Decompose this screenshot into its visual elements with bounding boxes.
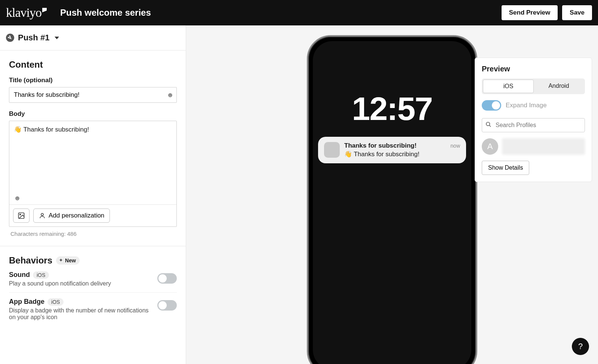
svg-point-1 [20,214,21,215]
chevron-down-icon [55,37,59,39]
body-editor: 👋 Thanks for subscribing! ☻ Add personal… [9,121,177,227]
notification-title: Thanks for subscribing! [344,142,417,149]
logo: klaviyo [6,6,47,20]
tab-ios[interactable]: iOS [483,80,534,93]
behavior-sound: Sound iOS Play a sound upon notification… [9,266,177,293]
expand-image-label: Expand Image [506,102,547,109]
sparkle-icon [58,258,64,263]
behavior-sound-title: Sound [9,271,30,279]
appbadge-toggle[interactable] [157,300,177,311]
platform-pill: iOS [47,298,64,306]
add-image-button[interactable] [13,209,30,223]
phone-frame: 12:57 Thanks for subscribing! now 👋 Than… [307,35,477,364]
push-selector[interactable]: Push #1 [0,25,186,50]
page-title: Push welcome series [60,7,151,18]
svg-point-2 [41,213,43,216]
push-icon [6,34,14,42]
logo-mark-icon [42,8,47,12]
search-icon [486,121,491,129]
behavior-sound-desc: Play a sound upon notification delivery [9,280,153,287]
body-emoji-icon[interactable]: ☻ [9,192,176,204]
help-button[interactable]: ? [572,338,589,355]
profile-name-redacted [502,138,585,155]
notification-time: now [450,143,460,149]
preview-heading: Preview [482,65,585,73]
app-header: klaviyo Push welcome series Send Preview… [0,0,598,25]
emoji-picker-icon[interactable]: ☻ [167,91,174,99]
notification-card: Thanks for subscribing! now 👋 Thanks for… [318,137,466,163]
body-textarea[interactable]: 👋 Thanks for subscribing! [9,121,176,192]
tab-android[interactable]: Android [534,80,584,93]
behavior-appbadge-title: App Badge [9,298,44,306]
platform-segmented-control: iOS Android [482,78,585,94]
notification-body: 👋 Thanks for subscribing! [344,150,460,158]
preview-canvas: 12:57 Thanks for subscribing! now 👋 Than… [186,25,598,364]
add-personalization-button[interactable]: Add personalization [33,209,110,223]
person-icon [39,212,46,219]
phone-screen: 12:57 Thanks for subscribing! now 👋 Than… [313,41,471,364]
title-label: Title (optional) [9,77,177,84]
save-button[interactable]: Save [562,5,592,20]
body-label: Body [9,110,177,118]
push-name: Push #1 [18,33,49,43]
new-badge-label: New [65,257,76,263]
preview-panel: Preview iOS Android Expand Image A Show … [475,58,592,182]
profile-result[interactable]: A [482,138,585,155]
lock-screen-time: 12:57 [313,90,471,128]
svg-point-3 [486,122,490,126]
content-section: Content Title (optional) ☻ Body 👋 Thanks… [0,50,186,246]
avatar: A [482,138,498,155]
content-heading: Content [9,59,177,70]
logo-text: klaviyo [6,6,41,20]
show-details-button[interactable]: Show Details [482,161,529,175]
behaviors-heading: Behaviors [9,255,52,266]
add-personalization-label: Add personalization [49,212,104,219]
expand-image-toggle[interactable] [482,100,501,111]
behavior-appbadge: App Badge iOS Display a badge with the n… [9,293,177,326]
body-toolbar: Add personalization [9,204,176,226]
send-preview-button[interactable]: Send Preview [502,5,558,20]
image-icon [17,212,25,219]
behavior-appbadge-desc: Display a badge with the number of new n… [9,307,153,321]
new-badge: New [56,256,80,265]
chars-remaining: Characters remaining: 486 [9,231,177,237]
body-text-content: 👋 Thanks for subscribing! [14,126,89,133]
title-input[interactable] [9,87,177,103]
editor-panel: Push #1 Content Title (optional) ☻ Body … [0,25,186,364]
search-profiles-input[interactable] [482,118,585,132]
platform-pill: iOS [33,271,49,279]
notification-app-icon [324,142,340,158]
behaviors-section: Behaviors New Sound iOS Play a sound upo… [0,246,186,335]
sound-toggle[interactable] [157,273,177,284]
